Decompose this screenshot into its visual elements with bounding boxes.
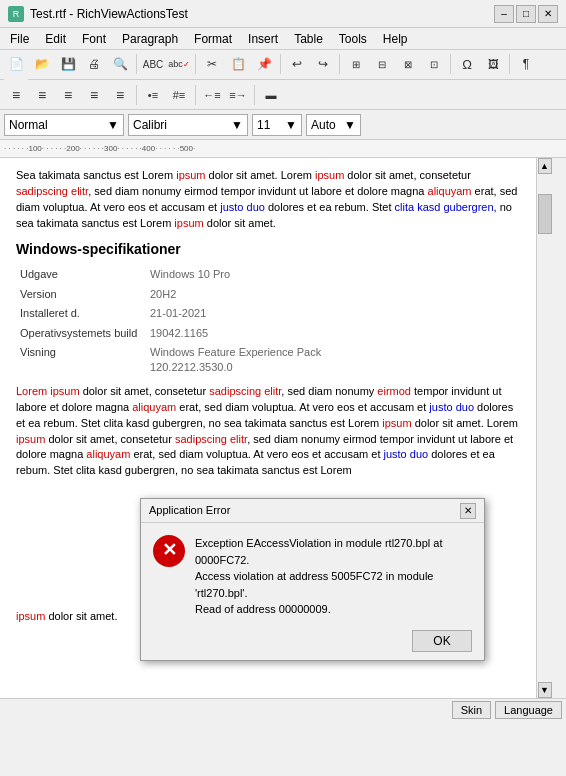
window-title: Test.rtf - RichViewActionsTest [30, 7, 188, 21]
alert-footer: OK [141, 626, 484, 660]
spellcheck-button[interactable]: abc✓ [167, 52, 191, 76]
separator9 [254, 85, 255, 105]
font-dropdown[interactable]: Calibri ▼ [128, 114, 248, 136]
para-marks-button[interactable]: ¶ [514, 52, 538, 76]
language-button[interactable]: Language [495, 701, 562, 719]
close-button[interactable]: ✕ [538, 5, 558, 23]
document-content[interactable]: Sea takimata sanctus est Lorem ipsum dol… [0, 158, 536, 698]
new-button[interactable]: 📄 [4, 52, 28, 76]
image-button[interactable]: 🖼 [481, 52, 505, 76]
table-button2[interactable]: ⊟ [370, 52, 394, 76]
ruler-markings: · · · · · ·100· · · · · ·200· · · · · ·3… [0, 144, 195, 153]
main-toolbar: 📄 📂 💾 🖨 🔍 ABC abc✓ ✂ 📋 📌 ↩ ↪ ⊞ ⊟ ⊠ ⊡ Ω 🖼… [0, 50, 566, 80]
table-button3[interactable]: ⊠ [396, 52, 420, 76]
table-button4[interactable]: ⊡ [422, 52, 446, 76]
vertical-scrollbar[interactable]: ▲ ▼ [536, 158, 552, 698]
menu-edit[interactable]: Edit [39, 30, 72, 48]
spec-value: Windows Feature Experience Pack120.2212.… [146, 343, 520, 378]
spec-row: Operativsystemets build 19042.1165 [16, 324, 520, 343]
alert-error-icon: ✕ [153, 535, 185, 567]
alert-close-button[interactable]: ✕ [460, 503, 476, 519]
redo-button[interactable]: ↪ [311, 52, 335, 76]
scroll-down-button[interactable]: ▼ [538, 682, 552, 698]
copy-button[interactable]: 📋 [226, 52, 250, 76]
alert-dialog: Application Error ✕ ✕ Exception EAccessV… [140, 498, 485, 661]
color-dropdown[interactable]: Auto ▼ [306, 114, 361, 136]
indent-more-button[interactable]: ≡→ [226, 83, 250, 107]
print-button[interactable]: 🖨 [82, 52, 106, 76]
alert-body: ✕ Exception EAccessViolation in module r… [141, 523, 484, 626]
document-area: Sea takimata sanctus est Lorem ipsum dol… [0, 158, 566, 698]
style-dropdown[interactable]: Normal ▼ [4, 114, 124, 136]
save-button[interactable]: 💾 [56, 52, 80, 76]
spec-label: Operativsystemets build [16, 324, 146, 343]
symbol-button[interactable]: Ω [455, 52, 479, 76]
separator3 [280, 54, 281, 74]
menu-paragraph[interactable]: Paragraph [116, 30, 184, 48]
spec-label: Version [16, 285, 146, 304]
table-insert-button[interactable]: ⊞ [344, 52, 368, 76]
spec-value: Windows 10 Pro [146, 265, 520, 284]
undo-button[interactable]: ↩ [285, 52, 309, 76]
separator7 [136, 85, 137, 105]
spec-row: Version 20H2 [16, 285, 520, 304]
menu-insert[interactable]: Insert [242, 30, 284, 48]
cut-button[interactable]: ✂ [200, 52, 224, 76]
skin-button[interactable]: Skin [452, 701, 491, 719]
alert-message-text: Exception EAccessViolation in module rtl… [195, 535, 472, 618]
spec-row: Udgave Windows 10 Pro [16, 265, 520, 284]
separator6 [509, 54, 510, 74]
menu-help[interactable]: Help [377, 30, 414, 48]
preview-button[interactable]: 🔍 [108, 52, 132, 76]
menu-table[interactable]: Table [288, 30, 329, 48]
app-icon: R [8, 6, 24, 22]
menu-format[interactable]: Format [188, 30, 238, 48]
menu-bar: File Edit Font Paragraph Format Insert T… [0, 28, 566, 50]
spec-value: 21-01-2021 [146, 304, 520, 323]
alert-title-bar: Application Error ✕ [141, 499, 484, 523]
open-button[interactable]: 📂 [30, 52, 54, 76]
menu-font[interactable]: Font [76, 30, 112, 48]
separator8 [195, 85, 196, 105]
align-right-button[interactable]: ≡ [56, 83, 80, 107]
bullet-list-button[interactable]: •≡ [141, 83, 165, 107]
num-list-button[interactable]: #≡ [167, 83, 191, 107]
spec-label: Visning [16, 343, 146, 378]
paste-button[interactable]: 📌 [252, 52, 276, 76]
spec-label: Udgave [16, 265, 146, 284]
spec-row: Installeret d. 21-01-2021 [16, 304, 520, 323]
ruler: · · · · · ·100· · · · · ·200· · · · · ·3… [0, 140, 566, 158]
align-justify-button[interactable]: ≡ [82, 83, 106, 107]
separator5 [450, 54, 451, 74]
separator4 [339, 54, 340, 74]
title-bar: R Test.rtf - RichViewActionsTest – □ ✕ [0, 0, 566, 28]
alert-title: Application Error [149, 503, 230, 518]
align-left-button[interactable]: ≡ [4, 83, 28, 107]
spec-row: Visning Windows Feature Experience Pack1… [16, 343, 520, 378]
spec-table: Udgave Windows 10 Pro Version 20H2 Insta… [16, 265, 520, 377]
separator2 [195, 54, 196, 74]
maximize-button[interactable]: □ [516, 5, 536, 23]
window-controls: – □ ✕ [494, 5, 558, 23]
menu-file[interactable]: File [4, 30, 35, 48]
separator1 [136, 54, 137, 74]
minimize-button[interactable]: – [494, 5, 514, 23]
scroll-thumb[interactable] [538, 194, 552, 234]
indent-less-button[interactable]: ←≡ [200, 83, 224, 107]
doc-heading: Windows-specifikationer [16, 240, 520, 260]
align-center-button[interactable]: ≡ [30, 83, 54, 107]
format-toolbar: ≡ ≡ ≡ ≡ ≡ •≡ #≡ ←≡ ≡→ ▬ [0, 80, 566, 110]
border-button[interactable]: ▬ [259, 83, 283, 107]
scroll-up-button[interactable]: ▲ [538, 158, 552, 174]
status-bar: Skin Language [0, 698, 566, 720]
spell-button[interactable]: ABC [141, 52, 165, 76]
spec-value: 20H2 [146, 285, 520, 304]
size-dropdown[interactable]: 11 ▼ [252, 114, 302, 136]
alert-ok-button[interactable]: OK [412, 630, 472, 652]
spec-label: Installeret d. [16, 304, 146, 323]
align-extra-button[interactable]: ≡ [108, 83, 132, 107]
menu-tools[interactable]: Tools [333, 30, 373, 48]
style-font-bar: Normal ▼ Calibri ▼ 11 ▼ Auto ▼ [0, 110, 566, 140]
spec-value: 19042.1165 [146, 324, 520, 343]
